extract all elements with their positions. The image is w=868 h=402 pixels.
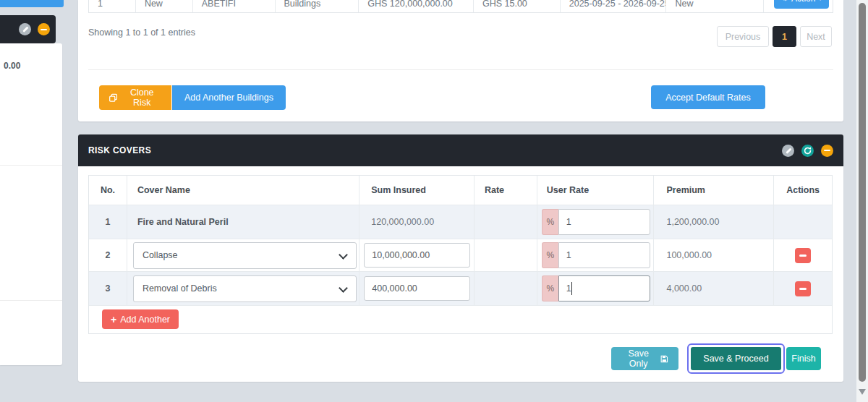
header-actions: Actions (774, 176, 832, 205)
minus-icon (824, 150, 830, 151)
risk-row-type: Buildings (276, 0, 359, 12)
cover-row-fire: 1 Fire and Natural Peril 120,000,000.00 … (89, 205, 832, 239)
user-rate-cell: % (537, 239, 655, 271)
save-only-label: Save Only (621, 348, 655, 369)
actions-cell-empty (774, 205, 832, 239)
pagination-previous-button[interactable]: Previous (717, 26, 769, 47)
sum-insured-cell (359, 239, 475, 271)
percent-addon: % (542, 209, 558, 235)
user-rate-input[interactable] (558, 242, 650, 268)
wrench-icon[interactable] (19, 23, 31, 35)
remove-cover-button[interactable] (795, 248, 811, 263)
cover-name-cell: Collapse (127, 239, 359, 271)
panel-header-controls (782, 145, 833, 157)
risk-covers-header: RISK COVERS (78, 134, 843, 166)
action-button-label: Action (791, 0, 815, 4)
header-sum-insured: Sum Insured (359, 176, 475, 205)
risk-row-period: 2025-09-25 - 2026-09-25 (561, 0, 667, 12)
cover-row-number: 1 (89, 205, 127, 239)
risk-covers-panel: RISK COVERS No. Cover Name Sum Insured R… (78, 134, 843, 382)
refresh-arrow (804, 147, 812, 155)
risk-row-state: New (666, 0, 764, 12)
remove-cover-button[interactable] (795, 281, 811, 296)
wrench-icon-bar (22, 26, 28, 32)
add-cover-row: + Add Another (89, 306, 832, 333)
pagination-current-page[interactable]: 1 (773, 26, 796, 47)
cover-row-number: 3 (89, 272, 127, 305)
cover-name-cell: Removal of Debris (127, 272, 359, 305)
add-another-label: Add Another (120, 315, 170, 325)
sidebar-divider (0, 165, 62, 166)
collapse-panel-icon[interactable] (38, 23, 50, 35)
add-another-buildings-button[interactable]: Add Another Buildings (172, 85, 286, 110)
premium-text: 100,000.00 (654, 239, 774, 271)
add-another-cover-button[interactable]: + Add Another (102, 309, 179, 329)
scrollbar-track[interactable] (856, 0, 868, 402)
sum-insured-input[interactable] (364, 243, 470, 268)
pagination-next-button[interactable]: Next (800, 26, 832, 47)
scrollbar-thumb[interactable] (859, 3, 866, 382)
cover-row-collapse: 2 Collapse % 100,000.00 (89, 239, 832, 272)
copy-icon (109, 93, 118, 103)
save-only-button[interactable]: Save Only (611, 347, 678, 370)
rate-cell-empty (475, 272, 537, 305)
clone-risk-button[interactable]: Clone Risk (99, 85, 171, 110)
sidebar-divider (0, 300, 62, 301)
risks-panel: 1 New ABETIFI Buildings GHS 120,000,000.… (78, 0, 843, 121)
scrollbar-down-arrow-icon[interactable] (859, 389, 866, 395)
save-and-proceed-label: Save & Proceed (703, 354, 768, 364)
user-rate-cell: % (537, 272, 655, 305)
chevron-down-icon (339, 283, 348, 293)
floppy-icon (660, 354, 668, 364)
cover-row-number: 2 (89, 239, 127, 271)
risk-row-rate: GHS 15.00 (474, 0, 561, 12)
cover-select[interactable]: Collapse (133, 242, 357, 269)
focus-ring: Save & Proceed (687, 343, 785, 374)
clone-risk-label: Clone Risk (123, 87, 162, 108)
risk-row-status: New (136, 0, 193, 12)
risk-table-row: 1 New ABETIFI Buildings GHS 120,000,000.… (88, 0, 833, 13)
percent-addon: % (542, 275, 558, 302)
actions-cell (774, 239, 832, 271)
header-cover-name: Cover Name (127, 176, 359, 205)
user-rate-group: % (542, 209, 650, 235)
risk-row-actions-cell: ⚙ Action ▾ (764, 0, 833, 12)
user-rate-group: % (542, 242, 650, 268)
covers-header-row: No. Cover Name Sum Insured Rate User Rat… (89, 176, 832, 205)
user-rate-group-focused: % (542, 275, 650, 302)
wrench-icon-bar (786, 147, 791, 153)
add-another-buildings-label: Add Another Buildings (184, 93, 273, 103)
minus-icon (41, 29, 47, 30)
user-rate-cell: % (537, 205, 655, 239)
accept-default-rates-label: Accept Default Rates (665, 93, 750, 103)
premium-text: 4,000.00 (654, 272, 774, 305)
cover-name-text: Fire and Natural Peril (127, 205, 359, 239)
refresh-icon[interactable] (801, 145, 814, 157)
sum-insured-input[interactable] (364, 276, 470, 301)
cover-select-value: Removal of Debris (142, 283, 217, 294)
risk-covers-title: RISK COVERS (88, 145, 151, 155)
rate-cell-empty (475, 205, 537, 239)
text-cursor (571, 282, 573, 295)
actions-cell (774, 272, 832, 305)
percent-addon: % (542, 242, 558, 268)
gear-icon: ⚙ (781, 0, 788, 3)
risk-row-sum-insured: GHS 120,000,000.00 (359, 0, 474, 12)
cover-select-value: Collapse (142, 250, 178, 260)
premium-text: 1,200,000.00 (654, 205, 774, 239)
finish-button[interactable]: Finish (786, 347, 821, 370)
cover-select[interactable]: Removal of Debris (133, 275, 357, 302)
action-dropdown-button[interactable]: ⚙ Action ▾ (774, 0, 829, 9)
risk-covers-table: No. Cover Name Sum Insured Rate User Rat… (88, 175, 833, 334)
sidebar-panel-header (0, 15, 56, 43)
accept-default-rates-button[interactable]: Accept Default Rates (651, 85, 765, 109)
user-rate-input[interactable] (558, 209, 650, 235)
risk-row-location: ABETIFI (193, 0, 276, 12)
risk-row-number: 1 (89, 0, 136, 12)
entries-summary: Showing 1 to 1 of 1 entries (88, 27, 195, 38)
sidebar-total-value: 0.00 (4, 61, 20, 71)
save-and-proceed-button[interactable]: Save & Proceed (691, 347, 781, 370)
wrench-icon[interactable] (782, 145, 794, 157)
sum-insured-text: 120,000,000.00 (359, 205, 475, 239)
collapse-panel-icon[interactable] (821, 145, 833, 157)
